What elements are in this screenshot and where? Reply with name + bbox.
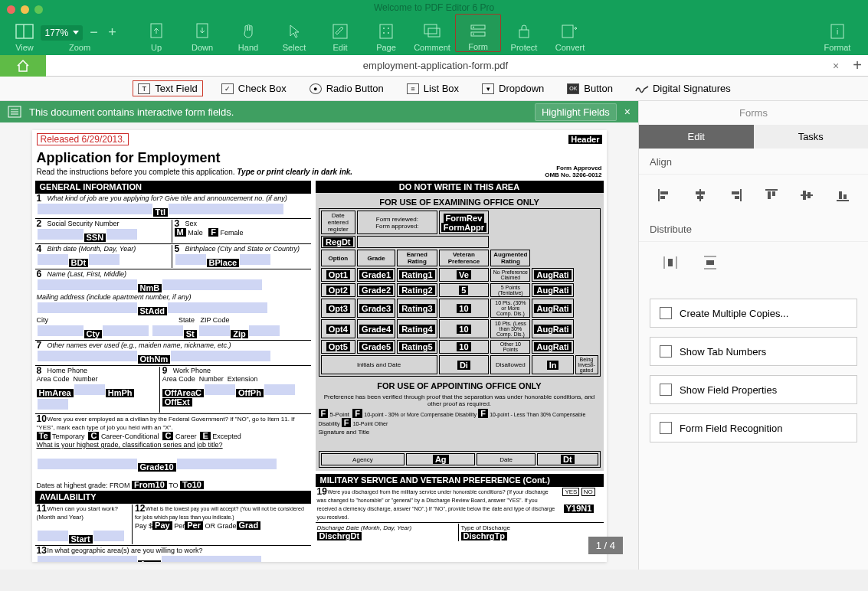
header-field[interactable]: Header (568, 135, 601, 144)
radio-button-tool[interactable]: ●Radio Button (305, 81, 388, 96)
edit-button[interactable]: Edit (317, 14, 363, 52)
svg-rect-40 (839, 191, 842, 199)
text-field-tool[interactable]: TText Field (133, 80, 203, 96)
maximize-window-button[interactable] (34, 5, 43, 14)
field-props-icon (660, 384, 672, 396)
convert-button[interactable]: Convert (547, 14, 593, 52)
section-availability: AVAILABILITY (35, 491, 311, 503)
align-center-h-button[interactable] (692, 187, 709, 204)
show-field-properties-button[interactable]: Show Field Properties (650, 375, 857, 404)
zoom-in-button[interactable]: + (106, 24, 120, 41)
svg-rect-35 (772, 191, 775, 196)
digital-signatures-tool[interactable]: Digital Signatures (631, 81, 735, 96)
document-canvas[interactable]: Released 6/29/2013. Header Application f… (0, 122, 638, 570)
tab-numbers-icon (660, 345, 672, 358)
svg-rect-41 (843, 194, 847, 199)
lock-icon (515, 22, 533, 41)
text-field-icon: T (138, 83, 150, 94)
cursor-icon (285, 22, 303, 41)
minimize-window-button[interactable] (21, 5, 29, 14)
dnw-bar: DO NOT WRITE IN THIS AREA (316, 181, 604, 193)
svg-rect-47 (706, 260, 714, 265)
edit-icon (331, 22, 349, 41)
svg-rect-38 (807, 192, 811, 198)
protect-button[interactable]: Protect (501, 14, 547, 52)
svg-rect-5 (380, 24, 392, 38)
hand-button[interactable]: Hand (225, 14, 271, 52)
svg-rect-34 (768, 191, 771, 199)
align-section-label: Align (639, 149, 868, 175)
page-counter: 1 / 4 (588, 537, 623, 554)
svg-point-6 (383, 28, 385, 29)
form-button[interactable]: Form (455, 14, 501, 52)
zoom-select[interactable]: 177% (41, 25, 83, 41)
doc-title: Application for Employment (32, 149, 541, 168)
svg-rect-11 (428, 28, 440, 37)
view-button[interactable]: View (8, 14, 41, 52)
dropdown-tool[interactable]: ▾Dropdown (477, 81, 549, 96)
zoom-label: Zoom (69, 43, 90, 52)
svg-rect-28 (696, 191, 705, 194)
tab-bar: employment-application-form.pdf × + (0, 55, 868, 77)
align-center-v-button[interactable] (798, 187, 815, 204)
svg-rect-44 (668, 259, 673, 266)
svg-rect-0 (16, 24, 33, 38)
button-tool[interactable]: OKButton (562, 81, 617, 96)
align-bottom-button[interactable] (834, 187, 851, 204)
main-toolbar: View 177% − + Zoom Up Down Hand Select E… (0, 17, 868, 55)
recognition-icon (660, 422, 672, 434)
list-box-tool[interactable]: ≡List Box (402, 81, 463, 96)
distribute-h-button[interactable] (662, 254, 679, 271)
radio-icon: ● (310, 83, 322, 94)
panel-tab-tasks[interactable]: Tasks (754, 125, 869, 149)
banner-message: This document contains interactive form … (29, 106, 527, 118)
svg-rect-17 (562, 25, 573, 38)
forms-panel-title: Forms (639, 101, 868, 125)
form-field-recognition-button[interactable]: Form Field Recognition (650, 413, 857, 442)
released-stamp: Released 6/29/2013. (37, 133, 129, 145)
home-tab[interactable] (0, 55, 46, 77)
banner-close-button[interactable]: × (624, 106, 631, 118)
svg-rect-26 (660, 196, 665, 199)
comment-button[interactable]: Comment (409, 14, 455, 52)
create-multiple-copies-button[interactable]: Create Multiple Copies... (650, 299, 857, 328)
home-icon (15, 59, 31, 73)
forms-panel: Forms Edit Tasks Align Distribute Create… (638, 101, 868, 570)
panel-tab-edit[interactable]: Edit (639, 125, 754, 149)
document-tab-title[interactable]: employment-application-form.pdf (46, 60, 825, 71)
svg-point-9 (388, 32, 389, 34)
window-traffic-lights[interactable] (7, 5, 43, 14)
svg-rect-10 (424, 24, 437, 34)
tab-close-button[interactable]: × (825, 60, 847, 72)
view-icon (15, 22, 34, 41)
align-right-button[interactable] (727, 187, 744, 204)
distribute-v-button[interactable] (702, 254, 719, 271)
show-tab-numbers-button[interactable]: Show Tab Numbers (650, 337, 857, 366)
close-window-button[interactable] (7, 5, 15, 14)
svg-rect-31 (732, 191, 739, 194)
svg-point-8 (383, 32, 385, 34)
form-icon (469, 21, 487, 40)
page-button[interactable]: Page (363, 14, 409, 52)
down-button[interactable]: Down (179, 14, 225, 52)
page-icon (377, 22, 395, 41)
select-button[interactable]: Select (271, 14, 317, 52)
align-top-button[interactable] (763, 187, 780, 204)
hand-icon (239, 22, 257, 41)
new-tab-button[interactable]: + (847, 57, 868, 74)
format-button[interactable]: iFormat (814, 14, 860, 52)
listbox-icon: ≡ (407, 83, 419, 94)
signature-icon (636, 83, 648, 94)
highlight-fields-button[interactable]: Highlight Fields (535, 103, 617, 121)
svg-rect-29 (697, 196, 703, 199)
checkbox-icon: ✓ (221, 83, 234, 94)
up-button[interactable]: Up (133, 14, 179, 52)
zoom-out-button[interactable]: − (87, 24, 101, 41)
align-left-button[interactable] (656, 187, 673, 204)
check-box-tool[interactable]: ✓Check Box (217, 81, 291, 96)
dropdown-icon: ▾ (482, 83, 494, 94)
svg-point-15 (473, 34, 474, 35)
form-banner-icon (8, 106, 21, 118)
convert-icon (561, 22, 579, 41)
form-tools-bar: TText Field ✓Check Box ●Radio Button ≡Li… (0, 77, 868, 101)
